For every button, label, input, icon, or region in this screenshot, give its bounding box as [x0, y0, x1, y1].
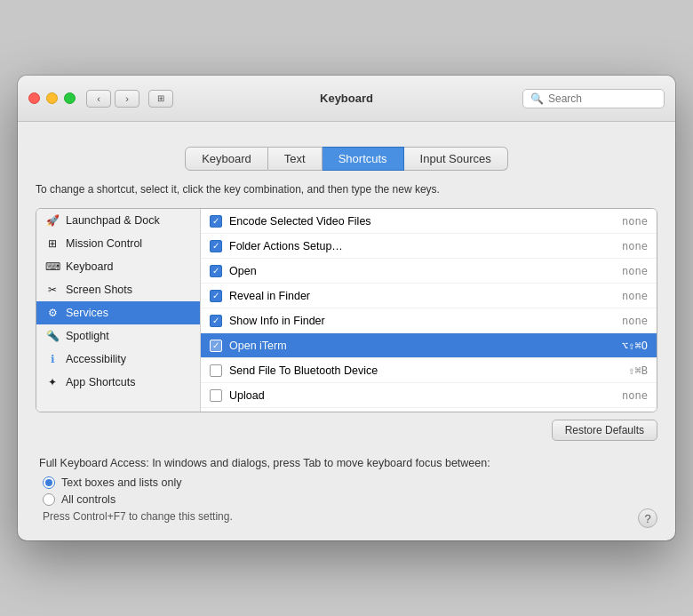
- sidebar-item-launchpad[interactable]: 🚀 Launchpad & Dock: [36, 209, 200, 232]
- shortcut-key: none: [622, 265, 648, 277]
- shortcut-label: Upload: [229, 389, 622, 402]
- radio-row-all-controls[interactable]: All controls: [39, 493, 654, 506]
- radio-label-text-boxes: Text boxes and lists only: [61, 476, 182, 489]
- shortcut-row[interactable]: ✓ Show Info in Finder none: [201, 308, 657, 333]
- sidebar-item-label: Launchpad & Dock: [66, 214, 160, 227]
- sidebar-item-label: Mission Control: [66, 237, 142, 250]
- shortcut-label: Show Info in Finder: [229, 315, 622, 327]
- shortcut-list: ✓ Encode Selected Video Files none ✓ Fol…: [201, 209, 657, 412]
- keyboard-preferences-window: ‹ › ⊞ Keyboard 🔍 Keyboard Text Shortcuts…: [18, 76, 675, 540]
- search-input[interactable]: [548, 92, 657, 105]
- tab-input-sources[interactable]: Input Sources: [404, 147, 508, 171]
- main-panel: 🚀 Launchpad & Dock ⊞ Mission Control ⌨ K…: [36, 208, 657, 412]
- shortcut-key: none: [622, 290, 648, 302]
- shortcut-checkbox[interactable]: ✓: [210, 340, 222, 352]
- search-box: 🔍: [522, 89, 665, 108]
- sidebar-item-screenshots[interactable]: ✂ Screen Shots: [36, 278, 200, 301]
- sidebar-item-app-shortcuts[interactable]: ✦ App Shortcuts: [36, 371, 200, 394]
- search-icon: 🔍: [530, 92, 544, 105]
- keyboard-access-section: Full Keyboard Access: In windows and dia…: [36, 457, 657, 523]
- shortcut-key: ⌥⇧⌘O: [622, 340, 648, 352]
- shortcut-label: Folder Actions Setup…: [229, 240, 622, 252]
- restore-row: Restore Defaults: [36, 420, 657, 441]
- sidebar-item-label: Screen Shots: [66, 284, 132, 296]
- radio-label-all-controls: All controls: [61, 493, 116, 506]
- sidebar-item-label: Accessibility: [66, 353, 126, 365]
- shortcut-label: Send File To Bluetooth Device: [229, 364, 628, 377]
- mission-control-icon: ⊞: [45, 236, 60, 251]
- shortcut-row[interactable]: Send File To Bluetooth Device ⇧⌘B: [201, 358, 657, 383]
- radio-inner: [45, 479, 52, 486]
- restore-defaults-button[interactable]: Restore Defaults: [552, 420, 657, 441]
- shortcut-row[interactable]: ✓ Encode Selected Video Files none: [201, 209, 657, 234]
- traffic-lights: [28, 92, 76, 104]
- shortcut-row[interactable]: Upload none: [201, 383, 657, 408]
- nav-buttons: ‹ ›: [86, 90, 139, 108]
- forward-button[interactable]: ›: [115, 90, 139, 108]
- shortcut-key: none: [622, 215, 648, 228]
- sidebar-item-label: Services: [66, 307, 108, 319]
- hint-text: Press Control+F7 to change this setting.: [39, 510, 654, 523]
- titlebar: ‹ › ⊞ Keyboard 🔍: [18, 76, 675, 122]
- group-row-internet[interactable]: ✓ ▶ Internet: [201, 408, 657, 412]
- sidebar-item-spotlight[interactable]: 🔦 Spotlight: [36, 324, 200, 348]
- shortcut-label: Encode Selected Video Files: [229, 215, 622, 228]
- shortcut-key: none: [622, 240, 648, 252]
- shortcut-key: none: [622, 315, 648, 327]
- tab-text[interactable]: Text: [268, 147, 323, 171]
- shortcut-checkbox[interactable]: ✓: [210, 315, 222, 327]
- window-content: Keyboard Text Shortcuts Input Sources To…: [18, 122, 675, 540]
- radio-row-text-boxes[interactable]: Text boxes and lists only: [39, 476, 654, 489]
- shortcut-checkbox[interactable]: [210, 389, 222, 402]
- shortcut-row[interactable]: ✓ Reveal in Finder none: [201, 284, 657, 308]
- tab-shortcuts[interactable]: Shortcuts: [323, 147, 404, 171]
- maximize-button[interactable]: [64, 92, 76, 104]
- help-button[interactable]: ?: [638, 508, 657, 528]
- sidebar-item-label: Spotlight: [66, 330, 109, 342]
- shortcut-row[interactable]: ✓ Open none: [201, 259, 657, 284]
- app-shortcuts-icon: ✦: [45, 375, 60, 389]
- sidebar-item-label: Keyboard: [66, 260, 114, 273]
- services-icon: ⚙: [45, 306, 60, 320]
- screenshots-icon: ✂: [45, 283, 60, 297]
- back-button[interactable]: ‹: [86, 90, 111, 108]
- launchpad-icon: 🚀: [45, 213, 60, 228]
- shortcut-label: Open: [229, 265, 622, 277]
- radio-all-controls[interactable]: [43, 493, 55, 506]
- sidebar-item-label: App Shortcuts: [66, 376, 136, 388]
- shortcut-checkbox[interactable]: ✓: [210, 265, 222, 277]
- shortcut-checkbox[interactable]: [210, 364, 222, 377]
- close-button[interactable]: [28, 92, 40, 104]
- accessibility-icon: ℹ: [45, 352, 60, 366]
- tabs-row: Keyboard Text Shortcuts Input Sources: [36, 134, 657, 171]
- grid-button[interactable]: ⊞: [148, 90, 173, 108]
- shortcut-key: ⇧⌘B: [628, 364, 648, 377]
- sidebar-item-accessibility[interactable]: ℹ Accessibility: [36, 348, 200, 371]
- shortcut-label: Open iTerm: [229, 340, 622, 352]
- radio-text-boxes[interactable]: [43, 476, 55, 489]
- sidebar: 🚀 Launchpad & Dock ⊞ Mission Control ⌨ K…: [36, 209, 201, 412]
- instruction-text: To change a shortcut, select it, click t…: [36, 183, 657, 196]
- tab-keyboard[interactable]: Keyboard: [185, 147, 268, 171]
- keyboard-icon: ⌨: [45, 260, 60, 274]
- shortcut-checkbox[interactable]: ✓: [210, 215, 222, 228]
- spotlight-icon: 🔦: [45, 329, 60, 343]
- shortcut-label: Reveal in Finder: [229, 290, 622, 302]
- shortcut-row[interactable]: ✓ Folder Actions Setup… none: [201, 234, 657, 259]
- shortcut-key: none: [622, 389, 648, 402]
- keyboard-access-title: Full Keyboard Access: In windows and dia…: [39, 457, 654, 469]
- window-title: Keyboard: [320, 92, 373, 105]
- sidebar-item-keyboard[interactable]: ⌨ Keyboard: [36, 255, 200, 278]
- shortcut-checkbox[interactable]: ✓: [210, 290, 222, 302]
- sidebar-item-services[interactable]: ⚙ Services: [36, 301, 200, 324]
- sidebar-item-mission-control[interactable]: ⊞ Mission Control: [36, 232, 200, 255]
- minimize-button[interactable]: [46, 92, 58, 104]
- content-area: Keyboard Text Shortcuts Input Sources To…: [18, 122, 675, 540]
- shortcut-checkbox[interactable]: ✓: [210, 240, 222, 252]
- shortcut-row-selected[interactable]: ✓ Open iTerm ⌥⇧⌘O: [201, 333, 657, 358]
